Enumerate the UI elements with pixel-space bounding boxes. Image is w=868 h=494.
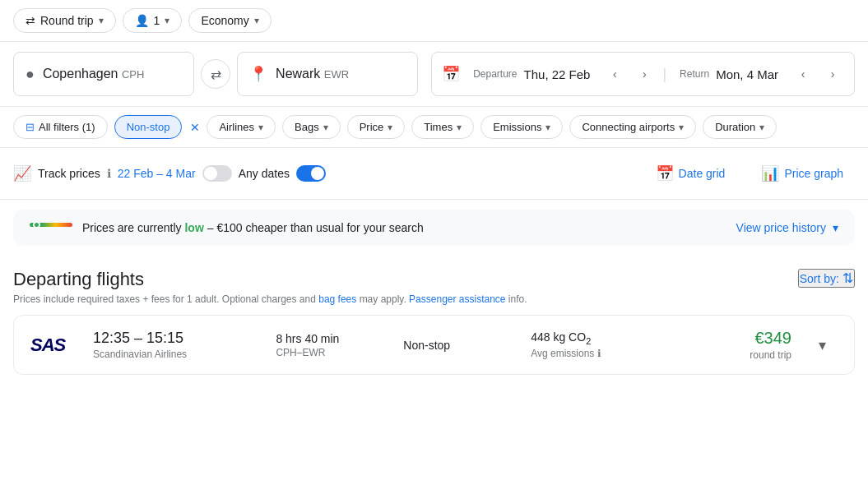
return-next-button[interactable]: › bbox=[821, 62, 844, 85]
non-stop-remove-button[interactable]: ✕ bbox=[190, 121, 200, 134]
origin-search-box[interactable]: ● Copenhagen CPH bbox=[13, 52, 194, 96]
trip-type-chevron: ▾ bbox=[99, 15, 104, 26]
person-icon: 👤 bbox=[135, 14, 149, 27]
track-prices-toggle[interactable] bbox=[202, 165, 232, 182]
price-level-indicator bbox=[30, 223, 72, 233]
cabin-class-label: Economy bbox=[201, 14, 248, 27]
price-banner: Prices are currently low – €100 cheaper … bbox=[13, 210, 855, 246]
price-chevron: ▾ bbox=[388, 122, 392, 133]
origin-input[interactable]: Copenhagen CPH bbox=[43, 67, 145, 81]
return-prev-button[interactable]: ‹ bbox=[791, 62, 815, 85]
bags-chevron: ▾ bbox=[323, 122, 328, 133]
date-section: 📅 Departure Thu, 22 Feb ‹ › | Return Mon… bbox=[431, 52, 855, 96]
trip-type-label: Round trip bbox=[40, 14, 94, 27]
view-price-history-button[interactable]: View price history ▾ bbox=[736, 221, 838, 234]
sas-logo: SAS bbox=[30, 335, 65, 356]
destination-input[interactable]: Newark EWR bbox=[276, 67, 349, 81]
calendar-icon: 📅 bbox=[442, 65, 460, 83]
date-grid-button[interactable]: 📅 Date grid bbox=[644, 158, 737, 189]
track-date-range[interactable]: 22 Feb – 4 Mar bbox=[118, 167, 196, 180]
depart-prev-button[interactable]: ‹ bbox=[603, 62, 626, 85]
track-row: 📈 Track prices ℹ 22 Feb – 4 Mar Any date… bbox=[0, 148, 868, 200]
price-banner-left: Prices are currently low – €100 cheaper … bbox=[30, 221, 424, 234]
flight-times: 12:35 – 15:15 Scandinavian Airlines bbox=[93, 330, 259, 360]
passengers-label: 1 bbox=[154, 14, 160, 27]
flight-price: €349 round trip bbox=[680, 329, 791, 361]
date-grid-icon: 📅 bbox=[656, 164, 674, 182]
filter-icon: ⊟ bbox=[26, 121, 35, 133]
return-date-button[interactable]: Return Mon, 4 Mar bbox=[673, 67, 785, 81]
duration-filter-button[interactable]: Duration ▾ bbox=[703, 115, 777, 139]
flight-duration: 8 hrs 40 min CPH–EWR bbox=[276, 332, 387, 358]
passenger-assistance-link[interactable]: Passenger assistance bbox=[409, 293, 505, 305]
track-prices-icon: 📈 bbox=[13, 164, 31, 182]
connecting-airports-filter-button[interactable]: Connecting airports ▾ bbox=[569, 115, 696, 139]
price-graph-button[interactable]: 📊 Price graph bbox=[750, 158, 855, 189]
passengers-button[interactable]: 👤 1 ▾ bbox=[123, 8, 183, 33]
passengers-chevron: ▾ bbox=[165, 15, 169, 26]
cabin-class-button[interactable]: Economy ▾ bbox=[188, 8, 271, 33]
track-prices-section: 📈 Track prices ℹ 22 Feb – 4 Mar Any date… bbox=[13, 164, 634, 182]
circle-icon: ● bbox=[26, 66, 35, 83]
view-options: 📅 Date grid 📊 Price graph bbox=[644, 158, 855, 189]
duration-chevron: ▾ bbox=[759, 122, 764, 133]
cabin-class-chevron: ▾ bbox=[254, 15, 259, 26]
emissions-info-icon[interactable]: ℹ bbox=[597, 348, 601, 359]
price-graph-icon: 📊 bbox=[761, 164, 779, 182]
connecting-chevron: ▾ bbox=[679, 122, 684, 133]
sort-by-button[interactable]: Sort by: ⇅ bbox=[798, 269, 855, 288]
location-icon: 📍 bbox=[249, 65, 267, 83]
filter-row: ⊟ All filters (1) Non-stop ✕ Airlines ▾ … bbox=[0, 107, 868, 148]
bags-filter-button[interactable]: Bags ▾ bbox=[282, 115, 341, 139]
sort-icon: ⇅ bbox=[842, 270, 853, 286]
track-info-icon[interactable]: ℹ bbox=[107, 167, 111, 180]
swap-button[interactable]: ⇄ bbox=[201, 59, 230, 89]
bag-fees-link[interactable]: bag fees bbox=[318, 293, 356, 305]
airline-name: Scandinavian Airlines bbox=[93, 349, 259, 360]
flight-stops: Non-stop bbox=[403, 339, 514, 352]
flight-emissions: 448 kg CO2 Avg emissions ℹ bbox=[531, 330, 664, 359]
flight-time-range: 12:35 – 15:15 bbox=[93, 330, 259, 347]
section-title: Departing flights bbox=[13, 269, 527, 290]
times-chevron: ▾ bbox=[457, 122, 462, 133]
emissions-filter-button[interactable]: Emissions ▾ bbox=[480, 115, 563, 139]
depart-date-button[interactable]: Departure Thu, 22 Feb bbox=[466, 67, 596, 81]
non-stop-filter-button[interactable]: Non-stop bbox=[114, 115, 183, 139]
destination-search-box[interactable]: 📍 Newark EWR bbox=[237, 52, 418, 96]
expand-flight-button[interactable]: ▾ bbox=[808, 330, 838, 360]
flights-section: Departing flights Prices include require… bbox=[0, 256, 868, 381]
times-filter-button[interactable]: Times ▾ bbox=[411, 115, 474, 139]
chevron-down-icon: ▾ bbox=[833, 221, 838, 234]
depart-next-button[interactable]: › bbox=[633, 62, 656, 85]
flight-card[interactable]: SAS 12:35 – 15:15 Scandinavian Airlines … bbox=[13, 315, 855, 375]
any-dates-toggle[interactable] bbox=[296, 165, 326, 182]
airline-logo: SAS bbox=[30, 335, 77, 356]
search-row: ● Copenhagen CPH ⇄ 📍 Newark EWR 📅 Depart… bbox=[0, 42, 868, 107]
all-filters-button[interactable]: ⊟ All filters (1) bbox=[13, 115, 108, 139]
top-bar: ⇄ Round trip ▾ 👤 1 ▾ Economy ▾ bbox=[0, 0, 868, 42]
section-subtitle: Prices include required taxes + fees for… bbox=[13, 293, 527, 305]
price-filter-button[interactable]: Price ▾ bbox=[347, 115, 406, 139]
swap-icon: ⇄ bbox=[26, 14, 35, 27]
airlines-filter-button[interactable]: Airlines ▾ bbox=[207, 115, 276, 139]
sort-row: Sort by: ⇅ bbox=[798, 269, 855, 288]
emissions-chevron: ▾ bbox=[545, 122, 550, 133]
trip-type-button[interactable]: ⇄ Round trip ▾ bbox=[13, 8, 116, 33]
airlines-chevron: ▾ bbox=[258, 122, 263, 133]
